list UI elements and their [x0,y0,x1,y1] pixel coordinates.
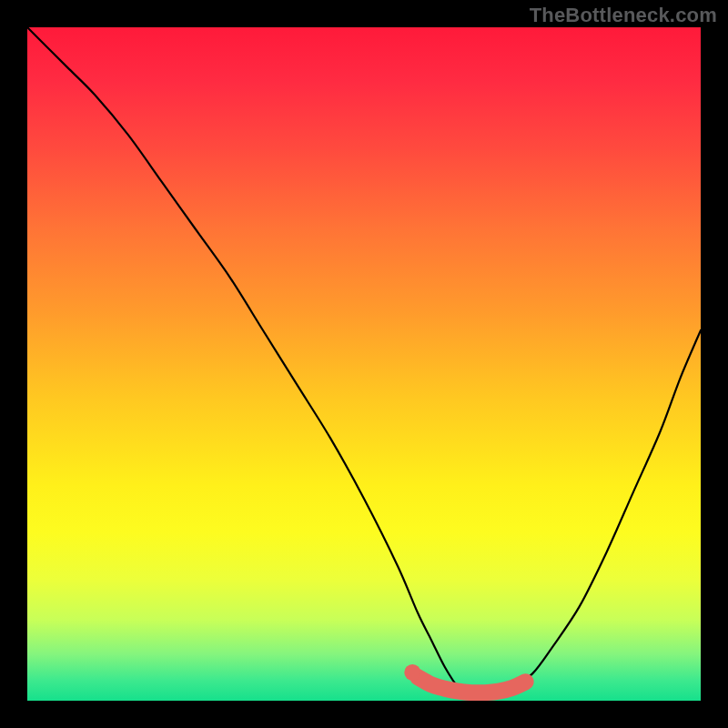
bottleneck-chart [0,0,728,728]
plot-background [27,27,701,701]
watermark-label: TheBottleneck.com [530,4,717,27]
chart-frame: TheBottleneck.com [0,0,728,728]
optimal-start-dot [404,664,420,681]
